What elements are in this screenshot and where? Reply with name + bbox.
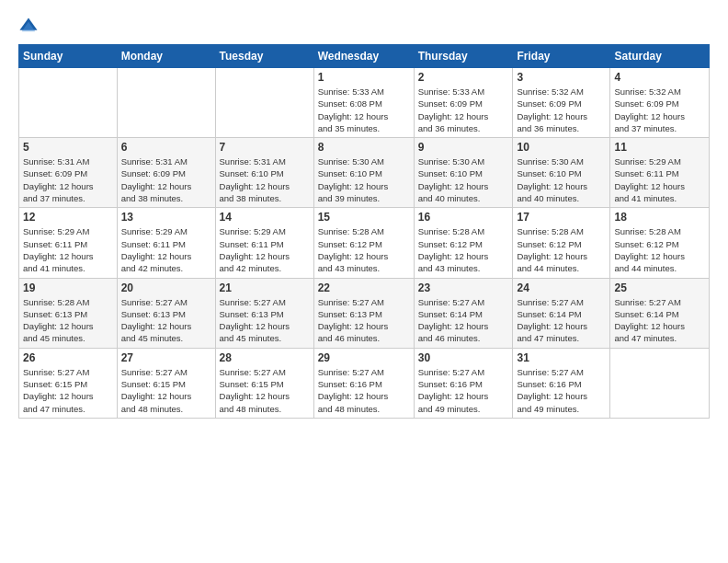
calendar-cell: 27Sunrise: 5:27 AM Sunset: 6:15 PM Dayli… xyxy=(117,348,215,418)
calendar-cell: 19Sunrise: 5:28 AM Sunset: 6:13 PM Dayli… xyxy=(19,278,118,348)
day-info: Sunrise: 5:33 AM Sunset: 6:08 PM Dayligh… xyxy=(318,86,410,134)
calendar-cell: 20Sunrise: 5:27 AM Sunset: 6:13 PM Dayli… xyxy=(117,278,215,348)
calendar-week-row: 12Sunrise: 5:29 AM Sunset: 6:11 PM Dayli… xyxy=(19,208,710,278)
day-number: 23 xyxy=(418,282,509,294)
day-info: Sunrise: 5:27 AM Sunset: 6:13 PM Dayligh… xyxy=(121,296,211,345)
day-number: 19 xyxy=(23,282,113,294)
calendar-cell xyxy=(19,68,118,138)
calendar-cell xyxy=(610,348,710,418)
day-number: 21 xyxy=(220,282,310,294)
day-number: 28 xyxy=(220,351,310,364)
day-number: 5 xyxy=(23,141,113,154)
day-info: Sunrise: 5:29 AM Sunset: 6:11 PM Dayligh… xyxy=(121,225,211,274)
day-number: 20 xyxy=(121,282,211,294)
calendar-cell: 16Sunrise: 5:28 AM Sunset: 6:12 PM Dayli… xyxy=(414,208,513,278)
calendar-cell: 5Sunrise: 5:31 AM Sunset: 6:09 PM Daylig… xyxy=(19,138,118,208)
header xyxy=(18,17,710,37)
day-number: 27 xyxy=(121,351,211,364)
day-number: 6 xyxy=(121,141,211,154)
day-number: 26 xyxy=(23,351,113,364)
day-number: 9 xyxy=(418,141,509,154)
day-info: Sunrise: 5:31 AM Sunset: 6:09 PM Dayligh… xyxy=(121,155,211,204)
page: SundayMondayTuesdayWednesdayThursdayFrid… xyxy=(0,0,728,563)
day-number: 12 xyxy=(23,211,113,224)
calendar-cell: 24Sunrise: 5:27 AM Sunset: 6:14 PM Dayli… xyxy=(513,278,610,348)
day-info: Sunrise: 5:27 AM Sunset: 6:15 PM Dayligh… xyxy=(23,366,113,415)
calendar-cell: 26Sunrise: 5:27 AM Sunset: 6:15 PM Dayli… xyxy=(19,348,118,418)
calendar-week-row: 26Sunrise: 5:27 AM Sunset: 6:15 PM Dayli… xyxy=(19,348,710,418)
calendar-cell: 31Sunrise: 5:27 AM Sunset: 6:16 PM Dayli… xyxy=(513,348,610,418)
day-info: Sunrise: 5:28 AM Sunset: 6:12 PM Dayligh… xyxy=(517,225,606,274)
day-info: Sunrise: 5:28 AM Sunset: 6:13 PM Dayligh… xyxy=(23,296,113,345)
calendar-cell: 22Sunrise: 5:27 AM Sunset: 6:13 PM Dayli… xyxy=(313,278,414,348)
calendar-cell: 2Sunrise: 5:33 AM Sunset: 6:09 PM Daylig… xyxy=(414,68,513,138)
day-info: Sunrise: 5:31 AM Sunset: 6:09 PM Dayligh… xyxy=(23,155,113,204)
calendar-cell xyxy=(215,68,313,138)
calendar-cell: 14Sunrise: 5:29 AM Sunset: 6:11 PM Dayli… xyxy=(215,208,313,278)
day-info: Sunrise: 5:27 AM Sunset: 6:13 PM Dayligh… xyxy=(318,296,410,345)
calendar-header-saturday: Saturday xyxy=(610,45,710,68)
day-info: Sunrise: 5:29 AM Sunset: 6:11 PM Dayligh… xyxy=(23,225,113,274)
day-info: Sunrise: 5:31 AM Sunset: 6:10 PM Dayligh… xyxy=(220,155,310,204)
day-number: 18 xyxy=(614,211,705,224)
day-info: Sunrise: 5:27 AM Sunset: 6:14 PM Dayligh… xyxy=(418,296,509,345)
day-info: Sunrise: 5:32 AM Sunset: 6:09 PM Dayligh… xyxy=(614,86,705,134)
day-info: Sunrise: 5:27 AM Sunset: 6:14 PM Dayligh… xyxy=(614,296,705,345)
day-info: Sunrise: 5:27 AM Sunset: 6:15 PM Dayligh… xyxy=(121,366,211,415)
calendar-cell: 29Sunrise: 5:27 AM Sunset: 6:16 PM Dayli… xyxy=(313,348,414,418)
calendar-cell: 18Sunrise: 5:28 AM Sunset: 6:12 PM Dayli… xyxy=(610,208,710,278)
calendar-header-wednesday: Wednesday xyxy=(313,45,414,68)
day-info: Sunrise: 5:28 AM Sunset: 6:12 PM Dayligh… xyxy=(418,225,509,274)
calendar-cell: 9Sunrise: 5:30 AM Sunset: 6:10 PM Daylig… xyxy=(414,138,513,208)
calendar-cell: 6Sunrise: 5:31 AM Sunset: 6:09 PM Daylig… xyxy=(117,138,215,208)
calendar-cell: 8Sunrise: 5:30 AM Sunset: 6:10 PM Daylig… xyxy=(313,138,414,208)
calendar-week-row: 5Sunrise: 5:31 AM Sunset: 6:09 PM Daylig… xyxy=(19,138,710,208)
calendar-cell: 17Sunrise: 5:28 AM Sunset: 6:12 PM Dayli… xyxy=(513,208,610,278)
day-number: 2 xyxy=(418,71,509,84)
day-number: 11 xyxy=(614,141,705,154)
calendar-cell: 1Sunrise: 5:33 AM Sunset: 6:08 PM Daylig… xyxy=(313,68,414,138)
day-number: 17 xyxy=(517,211,606,224)
day-number: 24 xyxy=(517,282,606,294)
calendar-cell: 25Sunrise: 5:27 AM Sunset: 6:14 PM Dayli… xyxy=(610,278,710,348)
day-number: 1 xyxy=(318,71,410,84)
day-number: 13 xyxy=(121,211,211,224)
calendar-cell: 3Sunrise: 5:32 AM Sunset: 6:09 PM Daylig… xyxy=(513,68,610,138)
day-info: Sunrise: 5:27 AM Sunset: 6:13 PM Dayligh… xyxy=(220,296,310,345)
day-info: Sunrise: 5:27 AM Sunset: 6:16 PM Dayligh… xyxy=(517,366,606,415)
calendar-cell: 7Sunrise: 5:31 AM Sunset: 6:10 PM Daylig… xyxy=(215,138,313,208)
logo-icon xyxy=(18,17,39,37)
day-info: Sunrise: 5:27 AM Sunset: 6:16 PM Dayligh… xyxy=(318,366,410,415)
calendar-header-tuesday: Tuesday xyxy=(215,45,313,68)
calendar-header-sunday: Sunday xyxy=(19,45,118,68)
day-info: Sunrise: 5:27 AM Sunset: 6:14 PM Dayligh… xyxy=(517,296,606,345)
day-info: Sunrise: 5:29 AM Sunset: 6:11 PM Dayligh… xyxy=(220,225,310,274)
logo xyxy=(18,17,42,37)
calendar-cell: 10Sunrise: 5:30 AM Sunset: 6:10 PM Dayli… xyxy=(513,138,610,208)
calendar-cell: 28Sunrise: 5:27 AM Sunset: 6:15 PM Dayli… xyxy=(215,348,313,418)
calendar-cell: 4Sunrise: 5:32 AM Sunset: 6:09 PM Daylig… xyxy=(610,68,710,138)
day-number: 22 xyxy=(318,282,410,294)
calendar-week-row: 1Sunrise: 5:33 AM Sunset: 6:08 PM Daylig… xyxy=(19,68,710,138)
calendar-cell: 30Sunrise: 5:27 AM Sunset: 6:16 PM Dayli… xyxy=(414,348,513,418)
calendar-week-row: 19Sunrise: 5:28 AM Sunset: 6:13 PM Dayli… xyxy=(19,278,710,348)
day-info: Sunrise: 5:28 AM Sunset: 6:12 PM Dayligh… xyxy=(614,225,705,274)
day-info: Sunrise: 5:33 AM Sunset: 6:09 PM Dayligh… xyxy=(418,86,509,134)
day-info: Sunrise: 5:30 AM Sunset: 6:10 PM Dayligh… xyxy=(418,155,509,204)
day-info: Sunrise: 5:30 AM Sunset: 6:10 PM Dayligh… xyxy=(517,155,606,204)
day-info: Sunrise: 5:32 AM Sunset: 6:09 PM Dayligh… xyxy=(517,86,606,134)
day-number: 10 xyxy=(517,141,606,154)
calendar-cell: 15Sunrise: 5:28 AM Sunset: 6:12 PM Dayli… xyxy=(313,208,414,278)
calendar-cell: 11Sunrise: 5:29 AM Sunset: 6:11 PM Dayli… xyxy=(610,138,710,208)
calendar-cell xyxy=(117,68,215,138)
day-info: Sunrise: 5:27 AM Sunset: 6:15 PM Dayligh… xyxy=(220,366,310,415)
calendar-header-row: SundayMondayTuesdayWednesdayThursdayFrid… xyxy=(19,45,710,68)
calendar-cell: 13Sunrise: 5:29 AM Sunset: 6:11 PM Dayli… xyxy=(117,208,215,278)
day-number: 8 xyxy=(318,141,410,154)
day-number: 15 xyxy=(318,211,410,224)
calendar-cell: 12Sunrise: 5:29 AM Sunset: 6:11 PM Dayli… xyxy=(19,208,118,278)
day-number: 31 xyxy=(517,351,606,364)
day-number: 3 xyxy=(517,71,606,84)
calendar-header-friday: Friday xyxy=(513,45,610,68)
day-number: 16 xyxy=(418,211,509,224)
